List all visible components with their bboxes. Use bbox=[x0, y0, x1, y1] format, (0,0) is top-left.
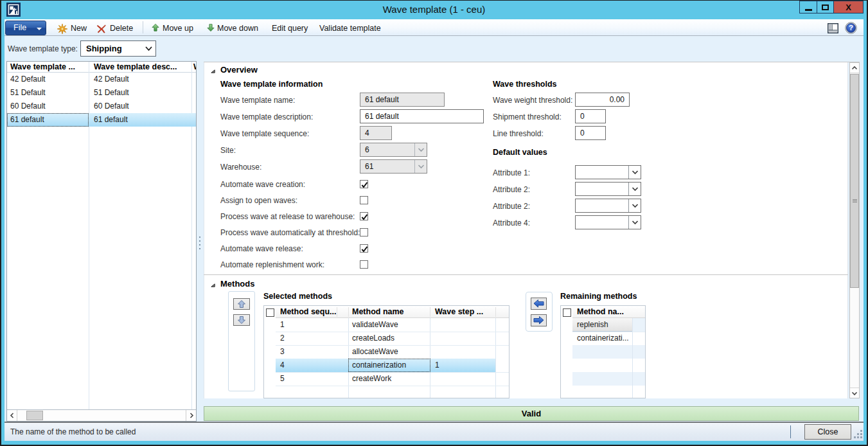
svg-text:?: ? bbox=[849, 24, 853, 31]
